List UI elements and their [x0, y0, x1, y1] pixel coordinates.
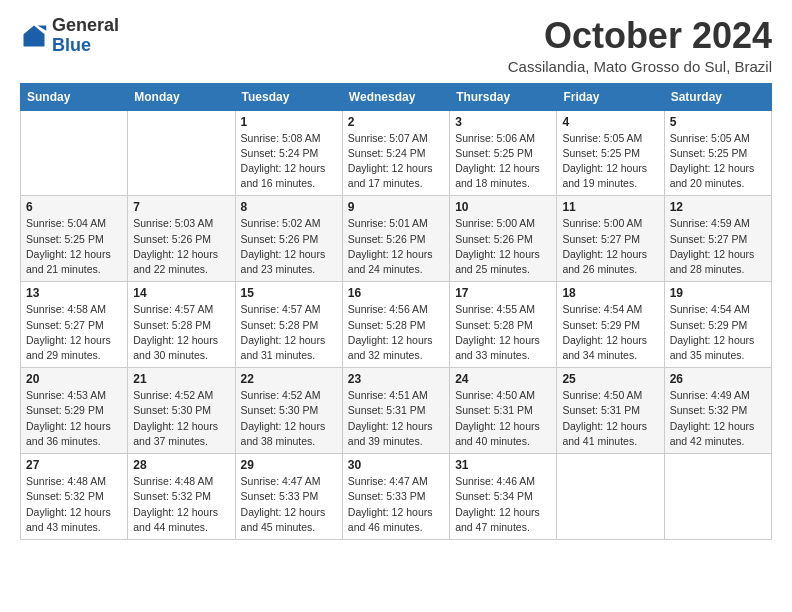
- calendar-cell: 27Sunrise: 4:48 AMSunset: 5:32 PMDayligh…: [21, 454, 128, 540]
- day-info: Sunrise: 5:04 AMSunset: 5:25 PMDaylight:…: [26, 216, 122, 277]
- calendar-cell: 9Sunrise: 5:01 AMSunset: 5:26 PMDaylight…: [342, 196, 449, 282]
- header: General Blue October 2024 Cassilandia, M…: [20, 16, 772, 75]
- calendar-cell: 17Sunrise: 4:55 AMSunset: 5:28 PMDayligh…: [450, 282, 557, 368]
- day-number: 5: [670, 115, 766, 129]
- day-number: 11: [562, 200, 658, 214]
- logo-blue-text: Blue: [52, 35, 91, 55]
- weekday-header: Sunday: [21, 83, 128, 110]
- calendar-cell: 2Sunrise: 5:07 AMSunset: 5:24 PMDaylight…: [342, 110, 449, 196]
- calendar-cell: 19Sunrise: 4:54 AMSunset: 5:29 PMDayligh…: [664, 282, 771, 368]
- day-number: 16: [348, 286, 444, 300]
- calendar-cell: 29Sunrise: 4:47 AMSunset: 5:33 PMDayligh…: [235, 454, 342, 540]
- day-info: Sunrise: 4:52 AMSunset: 5:30 PMDaylight:…: [241, 388, 337, 449]
- calendar-cell: 6Sunrise: 5:04 AMSunset: 5:25 PMDaylight…: [21, 196, 128, 282]
- calendar-cell: 5Sunrise: 5:05 AMSunset: 5:25 PMDaylight…: [664, 110, 771, 196]
- day-info: Sunrise: 4:55 AMSunset: 5:28 PMDaylight:…: [455, 302, 551, 363]
- day-info: Sunrise: 4:54 AMSunset: 5:29 PMDaylight:…: [670, 302, 766, 363]
- calendar-cell: 28Sunrise: 4:48 AMSunset: 5:32 PMDayligh…: [128, 454, 235, 540]
- calendar-cell: [21, 110, 128, 196]
- day-number: 24: [455, 372, 551, 386]
- day-info: Sunrise: 5:03 AMSunset: 5:26 PMDaylight:…: [133, 216, 229, 277]
- day-info: Sunrise: 5:00 AMSunset: 5:26 PMDaylight:…: [455, 216, 551, 277]
- calendar-cell: 16Sunrise: 4:56 AMSunset: 5:28 PMDayligh…: [342, 282, 449, 368]
- weekday-header: Wednesday: [342, 83, 449, 110]
- calendar-week-row: 20Sunrise: 4:53 AMSunset: 5:29 PMDayligh…: [21, 368, 772, 454]
- day-number: 13: [26, 286, 122, 300]
- calendar-cell: 7Sunrise: 5:03 AMSunset: 5:26 PMDaylight…: [128, 196, 235, 282]
- calendar-cell: 22Sunrise: 4:52 AMSunset: 5:30 PMDayligh…: [235, 368, 342, 454]
- day-number: 23: [348, 372, 444, 386]
- weekday-header-row: SundayMondayTuesdayWednesdayThursdayFrid…: [21, 83, 772, 110]
- day-info: Sunrise: 4:48 AMSunset: 5:32 PMDaylight:…: [133, 474, 229, 535]
- day-info: Sunrise: 4:53 AMSunset: 5:29 PMDaylight:…: [26, 388, 122, 449]
- weekday-header: Tuesday: [235, 83, 342, 110]
- logo-general-text: General: [52, 15, 119, 35]
- calendar-cell: [557, 454, 664, 540]
- calendar-cell: 24Sunrise: 4:50 AMSunset: 5:31 PMDayligh…: [450, 368, 557, 454]
- day-number: 14: [133, 286, 229, 300]
- day-info: Sunrise: 4:56 AMSunset: 5:28 PMDaylight:…: [348, 302, 444, 363]
- calendar-cell: 11Sunrise: 5:00 AMSunset: 5:27 PMDayligh…: [557, 196, 664, 282]
- day-number: 12: [670, 200, 766, 214]
- calendar-cell: 12Sunrise: 4:59 AMSunset: 5:27 PMDayligh…: [664, 196, 771, 282]
- calendar-cell: 4Sunrise: 5:05 AMSunset: 5:25 PMDaylight…: [557, 110, 664, 196]
- day-number: 2: [348, 115, 444, 129]
- weekday-header: Saturday: [664, 83, 771, 110]
- day-number: 21: [133, 372, 229, 386]
- day-info: Sunrise: 4:46 AMSunset: 5:34 PMDaylight:…: [455, 474, 551, 535]
- day-info: Sunrise: 5:06 AMSunset: 5:25 PMDaylight:…: [455, 131, 551, 192]
- weekday-header: Thursday: [450, 83, 557, 110]
- svg-marker-0: [24, 25, 45, 46]
- day-number: 3: [455, 115, 551, 129]
- day-info: Sunrise: 4:47 AMSunset: 5:33 PMDaylight:…: [241, 474, 337, 535]
- calendar-header: SundayMondayTuesdayWednesdayThursdayFrid…: [21, 83, 772, 110]
- day-number: 4: [562, 115, 658, 129]
- day-number: 17: [455, 286, 551, 300]
- title-area: October 2024 Cassilandia, Mato Grosso do…: [508, 16, 772, 75]
- calendar-week-row: 27Sunrise: 4:48 AMSunset: 5:32 PMDayligh…: [21, 454, 772, 540]
- calendar-cell: 31Sunrise: 4:46 AMSunset: 5:34 PMDayligh…: [450, 454, 557, 540]
- calendar-cell: 30Sunrise: 4:47 AMSunset: 5:33 PMDayligh…: [342, 454, 449, 540]
- calendar-cell: 20Sunrise: 4:53 AMSunset: 5:29 PMDayligh…: [21, 368, 128, 454]
- day-number: 30: [348, 458, 444, 472]
- day-info: Sunrise: 4:49 AMSunset: 5:32 PMDaylight:…: [670, 388, 766, 449]
- day-number: 9: [348, 200, 444, 214]
- day-info: Sunrise: 4:48 AMSunset: 5:32 PMDaylight:…: [26, 474, 122, 535]
- day-number: 31: [455, 458, 551, 472]
- calendar-cell: 25Sunrise: 4:50 AMSunset: 5:31 PMDayligh…: [557, 368, 664, 454]
- day-info: Sunrise: 4:57 AMSunset: 5:28 PMDaylight:…: [133, 302, 229, 363]
- day-info: Sunrise: 5:05 AMSunset: 5:25 PMDaylight:…: [670, 131, 766, 192]
- day-info: Sunrise: 4:58 AMSunset: 5:27 PMDaylight:…: [26, 302, 122, 363]
- day-number: 29: [241, 458, 337, 472]
- calendar-cell: 21Sunrise: 4:52 AMSunset: 5:30 PMDayligh…: [128, 368, 235, 454]
- day-number: 18: [562, 286, 658, 300]
- day-number: 6: [26, 200, 122, 214]
- day-number: 27: [26, 458, 122, 472]
- day-number: 15: [241, 286, 337, 300]
- weekday-header: Monday: [128, 83, 235, 110]
- calendar-cell: 3Sunrise: 5:06 AMSunset: 5:25 PMDaylight…: [450, 110, 557, 196]
- calendar-cell: 14Sunrise: 4:57 AMSunset: 5:28 PMDayligh…: [128, 282, 235, 368]
- calendar-cell: [664, 454, 771, 540]
- logo-icon: [20, 22, 48, 50]
- calendar-body: 1Sunrise: 5:08 AMSunset: 5:24 PMDaylight…: [21, 110, 772, 539]
- day-info: Sunrise: 5:01 AMSunset: 5:26 PMDaylight:…: [348, 216, 444, 277]
- calendar-cell: 18Sunrise: 4:54 AMSunset: 5:29 PMDayligh…: [557, 282, 664, 368]
- day-number: 22: [241, 372, 337, 386]
- day-number: 20: [26, 372, 122, 386]
- day-info: Sunrise: 4:57 AMSunset: 5:28 PMDaylight:…: [241, 302, 337, 363]
- day-info: Sunrise: 4:50 AMSunset: 5:31 PMDaylight:…: [562, 388, 658, 449]
- month-title: October 2024: [508, 16, 772, 56]
- calendar-cell: 23Sunrise: 4:51 AMSunset: 5:31 PMDayligh…: [342, 368, 449, 454]
- day-info: Sunrise: 4:50 AMSunset: 5:31 PMDaylight:…: [455, 388, 551, 449]
- calendar-week-row: 6Sunrise: 5:04 AMSunset: 5:25 PMDaylight…: [21, 196, 772, 282]
- calendar-week-row: 1Sunrise: 5:08 AMSunset: 5:24 PMDaylight…: [21, 110, 772, 196]
- day-number: 28: [133, 458, 229, 472]
- day-number: 25: [562, 372, 658, 386]
- day-number: 7: [133, 200, 229, 214]
- day-info: Sunrise: 4:54 AMSunset: 5:29 PMDaylight:…: [562, 302, 658, 363]
- day-number: 26: [670, 372, 766, 386]
- day-info: Sunrise: 5:07 AMSunset: 5:24 PMDaylight:…: [348, 131, 444, 192]
- calendar-week-row: 13Sunrise: 4:58 AMSunset: 5:27 PMDayligh…: [21, 282, 772, 368]
- calendar-cell: 1Sunrise: 5:08 AMSunset: 5:24 PMDaylight…: [235, 110, 342, 196]
